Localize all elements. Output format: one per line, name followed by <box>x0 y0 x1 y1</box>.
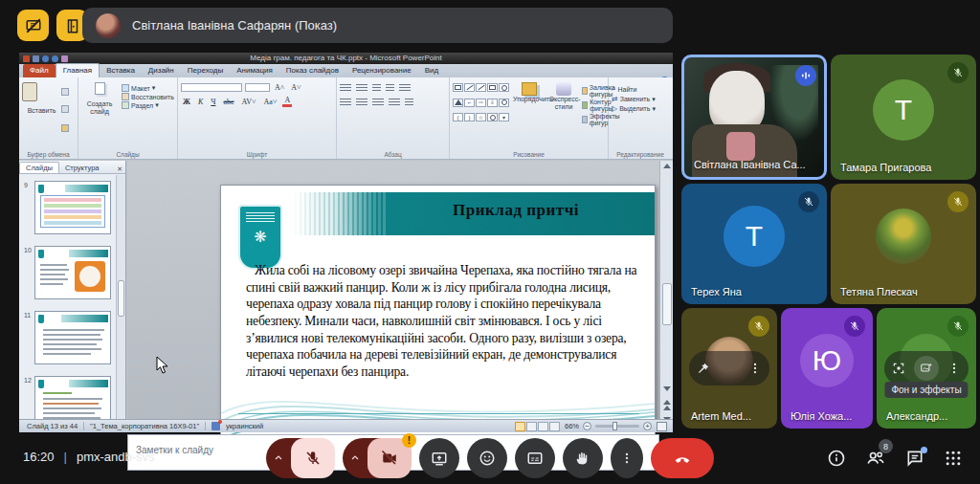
meet-control-bar: 16:20 | pmx-andb-svs ! <box>0 432 980 484</box>
bold-button[interactable]: Ж <box>181 98 192 106</box>
participant-tile-video[interactable]: Світлана Іванівна Са... <box>681 55 827 180</box>
tab-file[interactable]: Файл <box>23 64 56 77</box>
normal-view-icon[interactable] <box>515 422 525 431</box>
panel-tab-outline[interactable]: Структура <box>59 163 105 173</box>
align-center-icon[interactable] <box>356 99 368 107</box>
frame-participant-icon[interactable] <box>892 362 905 375</box>
numbering-icon[interactable] <box>356 84 368 93</box>
participant-tile[interactable]: Тетяна Плескач <box>831 184 976 304</box>
align-left-icon[interactable] <box>340 99 351 107</box>
background-effects-icon[interactable] <box>914 356 939 381</box>
tab-insert[interactable]: Вставка <box>100 64 142 77</box>
camera-options-chevron-icon[interactable] <box>343 452 368 464</box>
select-button[interactable]: ▷Выделить ▾ <box>612 104 669 113</box>
present-icon <box>431 450 448 467</box>
camera-toggle-button[interactable]: ! <box>368 438 412 478</box>
pin-icon[interactable] <box>697 362 710 375</box>
replace-button[interactable]: ⇄Заменить ▾ <box>612 95 669 103</box>
section-button[interactable]: Раздел ▾ <box>122 101 174 109</box>
fit-window-icon[interactable] <box>657 422 667 431</box>
tab-design[interactable]: Дизайн <box>142 64 181 77</box>
arrange-button[interactable]: Упорядочить <box>513 96 546 103</box>
people-button[interactable]: 8 <box>865 448 886 473</box>
participant-tile[interactable]: Фон и эффекты Александр... <box>877 308 976 429</box>
italic-button[interactable]: К <box>196 98 205 106</box>
avatar: Т <box>873 79 934 141</box>
zoom-slider[interactable] <box>595 425 639 428</box>
font-size-box[interactable] <box>245 83 270 92</box>
participant-tile[interactable]: Ю Юлія Хожа... <box>781 308 873 429</box>
tab-slideshow[interactable]: Показ слайдов <box>279 64 345 77</box>
activities-button[interactable] <box>944 449 963 472</box>
justify-icon[interactable] <box>389 99 400 107</box>
underline-button[interactable]: Ч <box>209 98 217 106</box>
more-vertical-icon[interactable] <box>748 362 762 375</box>
tab-view[interactable]: Вид <box>418 64 445 77</box>
raise-hand-button[interactable] <box>563 438 603 478</box>
current-slide[interactable]: Приклад притчі ❋ Жила собі на лісовому о… <box>220 185 656 441</box>
reading-view-icon[interactable] <box>538 422 548 431</box>
scrollbar-thumb[interactable] <box>662 283 672 325</box>
increase-indent-icon[interactable] <box>386 84 394 93</box>
participant-tile[interactable]: Т Тамара Пригарова <box>831 55 976 180</box>
panel-close-icon[interactable]: ✕ <box>117 165 122 173</box>
previous-slide-button[interactable] <box>663 399 671 411</box>
chat-button[interactable] <box>905 449 924 472</box>
decrease-indent-icon[interactable] <box>372 84 381 93</box>
ppt-title-bar[interactable]: Медіа грам. педагога та ЧК.pptx - Micros… <box>19 53 673 64</box>
slide-thumbnail-12[interactable]: 12 <box>34 376 111 421</box>
paste-button[interactable]: Вставить <box>22 107 61 115</box>
present-screen-button[interactable] <box>419 438 459 478</box>
stop-sharing-button[interactable] <box>17 10 49 41</box>
new-slide-icon[interactable] <box>95 82 105 95</box>
slide-thumbnail-10[interactable]: 10 <box>34 246 111 299</box>
reset-button[interactable]: Восстановить <box>122 93 174 100</box>
presenter-pill[interactable]: Світлана Іванівна Сафарян (Показ) <box>82 8 673 43</box>
font-name-box[interactable] <box>181 83 242 92</box>
columns-icon[interactable] <box>405 99 413 107</box>
change-case-icon[interactable]: Aa˅ <box>262 98 279 106</box>
language-indicator[interactable]: украинский <box>226 422 263 430</box>
quick-styles-button[interactable]: Экспресс-стили <box>549 96 578 110</box>
tab-home[interactable]: Главная <box>56 63 100 77</box>
tab-transitions[interactable]: Переходы <box>181 64 231 77</box>
cut-icon[interactable] <box>61 88 69 96</box>
more-vertical-icon[interactable] <box>947 362 961 375</box>
font-color-icon[interactable]: A <box>282 96 292 107</box>
layout-button[interactable]: Макет ▾ <box>122 84 174 92</box>
zoom-in-icon[interactable]: + <box>643 422 652 430</box>
character-spacing-icon[interactable]: AV˅ <box>240 98 258 106</box>
reactions-button[interactable] <box>467 438 507 478</box>
zoom-out-icon[interactable]: − <box>583 422 591 430</box>
slide-thumbnail-11[interactable]: 11 <box>34 311 111 364</box>
paste-icon[interactable] <box>22 82 37 101</box>
new-slide-button[interactable]: Создать слайд <box>81 100 118 115</box>
tab-review[interactable]: Рецензирование <box>345 64 418 77</box>
spellcheck-icon[interactable] <box>212 422 220 430</box>
grow-font-icon[interactable]: A˄ <box>273 83 286 92</box>
participant-tile[interactable]: Т Терех Яна <box>681 184 827 304</box>
panel-tab-slides[interactable]: Слайды <box>19 162 59 173</box>
find-button[interactable]: ⌕Найти <box>612 84 669 94</box>
copy-icon[interactable] <box>61 105 69 113</box>
bullets-icon[interactable] <box>340 84 351 93</box>
align-right-icon[interactable] <box>372 99 384 107</box>
editor-scrollbar[interactable] <box>659 161 673 432</box>
slide-sorter-icon[interactable] <box>526 422 537 431</box>
strikethrough-button[interactable]: abc <box>221 98 235 106</box>
captions-button[interactable] <box>515 438 555 478</box>
shapes-gallery[interactable]: ⌐⇨⇩ {}☆▾ <box>453 80 509 127</box>
tab-animations[interactable]: Анимация <box>230 64 279 77</box>
mic-toggle-button[interactable] <box>291 438 335 478</box>
panel-scrollbar[interactable] <box>116 175 125 421</box>
mic-options-chevron-icon[interactable] <box>266 452 291 464</box>
line-spacing-icon[interactable] <box>399 84 411 93</box>
slideshow-icon[interactable] <box>549 422 560 431</box>
participant-tile[interactable]: Artem Med... <box>681 308 777 429</box>
end-call-button[interactable] <box>651 438 714 478</box>
shrink-font-icon[interactable]: A˅ <box>289 83 302 92</box>
format-painter-icon[interactable] <box>61 124 69 132</box>
more-options-button[interactable] <box>611 438 643 478</box>
meeting-details-button[interactable] <box>827 449 846 472</box>
slide-thumbnail-9[interactable]: 9 <box>34 181 111 234</box>
